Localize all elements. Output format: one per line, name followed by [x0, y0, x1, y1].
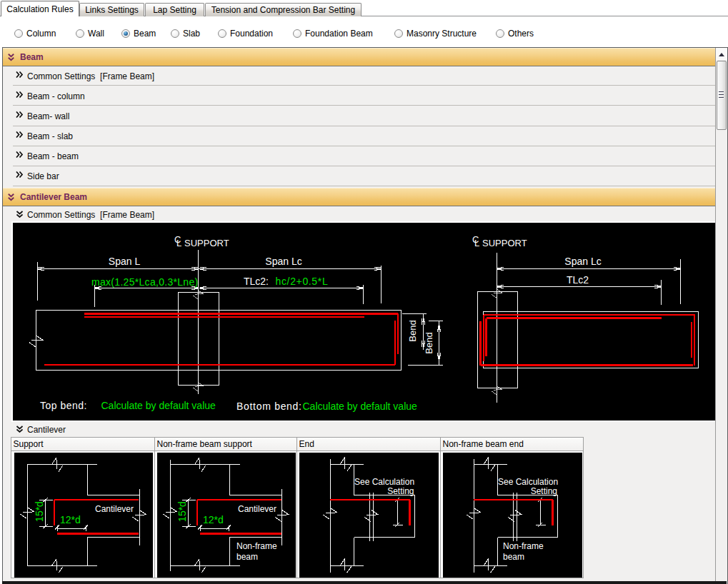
svg-text:Span Lc: Span Lc — [564, 255, 601, 266]
svg-text:L: L — [176, 237, 181, 248]
svg-text:TLc2: TLc2 — [567, 273, 589, 285]
svg-text:SUPPORT: SUPPORT — [184, 237, 229, 248]
svg-text:Setting: Setting — [531, 486, 557, 496]
svg-text:SUPPORT: SUPPORT — [482, 237, 527, 248]
svg-text:Cantilever: Cantilever — [238, 504, 276, 514]
svg-text:L: L — [474, 237, 479, 248]
svg-text:hc/2+0.5*L: hc/2+0.5*L — [276, 276, 329, 287]
svg-text:max(1.25*Lca,0.3*Lne): max(1.25*Lca,0.3*Lne) — [91, 276, 199, 287]
svg-text:Bend: Bend — [407, 320, 418, 341]
svg-text:Setting: Setting — [387, 486, 414, 496]
svg-text:Calculate by default value: Calculate by default value — [303, 400, 418, 411]
svg-text:beam: beam — [236, 552, 258, 562]
svg-text:Cantilever: Cantilever — [95, 504, 134, 514]
svg-text:12*d: 12*d — [203, 514, 224, 525]
svg-text:Top bend:: Top bend: — [40, 400, 87, 411]
svg-text:15*d: 15*d — [34, 501, 45, 522]
svg-text:15*d: 15*d — [176, 501, 188, 522]
svg-text:Calculate by default value: Calculate by default value — [101, 400, 216, 411]
svg-text:beam: beam — [503, 552, 524, 562]
svg-text:Non-frame: Non-frame — [236, 541, 277, 551]
svg-text:Bottom bend:: Bottom bend: — [236, 400, 302, 411]
svg-text:Non-frame: Non-frame — [503, 541, 544, 551]
svg-text:12*d: 12*d — [60, 514, 81, 525]
svg-text:Span L: Span L — [109, 255, 141, 266]
svg-text:Span Lc: Span Lc — [265, 255, 301, 266]
svg-text:Bend: Bend — [424, 332, 434, 353]
svg-text:TLc2:: TLc2: — [244, 276, 269, 287]
